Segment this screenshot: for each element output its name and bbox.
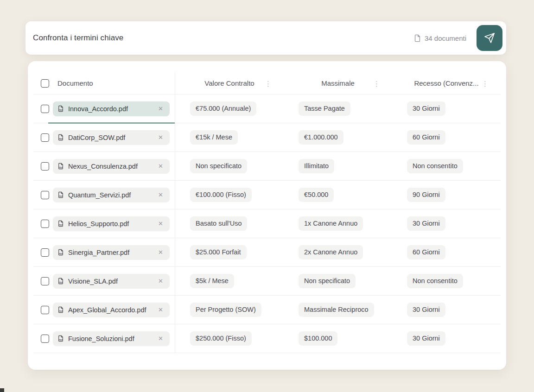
header-right-group: 34 documenti xyxy=(413,25,506,51)
recesso-cell: 30 Giorni xyxy=(392,95,501,123)
svg-text:PDF: PDF xyxy=(59,138,63,140)
recesso-cell: Non consentito xyxy=(392,267,501,296)
table-row: PDF Helios_Supporto.pdf ✕ Basato sull'Us… xyxy=(33,209,501,238)
document-name: Apex_Global_Accordo.pdf xyxy=(68,306,146,314)
svg-text:PDF: PDF xyxy=(59,339,63,341)
table-row: PDF Visione_SLA.pdf ✕ $5k / Mese Non spe… xyxy=(33,267,501,296)
recesso-value: 60 Giorni xyxy=(407,130,445,145)
recesso-value: 30 Giorni xyxy=(407,303,445,317)
column-header-recesso: Recesso (Convenz... ⋮ xyxy=(392,72,501,95)
pdf-file-icon: PDF xyxy=(57,277,64,285)
row-checkbox[interactable] xyxy=(41,162,49,171)
recesso-value: Non consentito xyxy=(407,274,463,288)
massimale-cell: $100.000 xyxy=(284,324,392,353)
valore-contralto-value: Non specificato xyxy=(190,159,247,173)
document-chip[interactable]: PDF DatiCorp_SOW.pdf ✕ xyxy=(53,130,170,145)
row-checkbox[interactable] xyxy=(41,220,49,228)
svg-text:PDF: PDF xyxy=(59,166,63,169)
select-all-checkbox[interactable] xyxy=(41,79,49,88)
table-row: PDF DatiCorp_SOW.pdf ✕ €15k / Mese €1.00… xyxy=(33,123,501,152)
row-checkbox[interactable] xyxy=(41,248,49,257)
row-checkbox[interactable] xyxy=(41,306,49,314)
massimale-value: Tasse Pagate xyxy=(299,101,350,116)
svg-text:PDF: PDF xyxy=(59,253,63,255)
pdf-file-icon: PDF xyxy=(57,105,64,113)
document-icon xyxy=(413,34,421,42)
row-checkbox[interactable] xyxy=(41,191,49,199)
comparison-table-card: Documento Valore Contralto ⋮ Massimale ⋮… xyxy=(28,61,506,370)
row-checkbox[interactable] xyxy=(41,133,49,142)
valore-contralto-value: Basato sull'Uso xyxy=(190,216,247,231)
document-name: Fusione_Soluzioni.pdf xyxy=(68,335,134,342)
column-label: Documento xyxy=(57,79,93,87)
recesso-value: Non consentito xyxy=(407,159,463,173)
compare-header-card: Confronta i termini chiave 34 documenti xyxy=(25,21,506,55)
valore-contralto-value: €100.000 (Fisso) xyxy=(190,188,252,202)
massimale-value: Illimitato xyxy=(299,159,334,173)
valore-contralto-cell: $5k / Mese xyxy=(175,267,284,296)
table-row: PDF Quantum_Servizi.pdf ✕ €100.000 (Fiss… xyxy=(33,181,501,209)
document-cell: PDF Sinergia_Partner.pdf ✕ xyxy=(33,238,175,267)
close-icon[interactable]: ✕ xyxy=(157,105,164,113)
recesso-cell: Non consentito xyxy=(392,152,501,181)
valore-contralto-value: Per Progetto (SOW) xyxy=(190,303,261,317)
valore-contralto-cell: €100.000 (Fisso) xyxy=(175,181,284,209)
massimale-value: 2x Canone Annuo xyxy=(299,245,363,259)
recesso-cell: 30 Giorni xyxy=(392,209,501,238)
valore-contralto-value: $5k / Mese xyxy=(190,274,234,288)
table-row: PDF Nexus_Consulenza.pdf ✕ Non specifica… xyxy=(33,152,501,181)
row-checkbox[interactable] xyxy=(41,335,49,343)
document-chip[interactable]: PDF Nexus_Consulenza.pdf ✕ xyxy=(53,159,170,174)
document-chip[interactable]: PDF Apex_Global_Accordo.pdf ✕ xyxy=(53,303,170,317)
table-row: PDF Sinergia_Partner.pdf ✕ $25.000 Forfa… xyxy=(33,238,501,267)
close-icon[interactable]: ✕ xyxy=(157,133,164,141)
close-icon[interactable]: ✕ xyxy=(157,335,164,342)
svg-text:PDF: PDF xyxy=(59,310,63,312)
document-chip[interactable]: PDF Quantum_Servizi.pdf ✕ xyxy=(53,188,170,202)
close-icon[interactable]: ✕ xyxy=(157,277,164,285)
document-cell: PDF Nexus_Consulenza.pdf ✕ xyxy=(33,152,175,181)
paper-plane-icon xyxy=(484,32,495,44)
valore-contralto-cell: $25.000 Forfait xyxy=(175,238,284,267)
massimale-cell: 1x Canone Annuo xyxy=(284,209,392,238)
document-cell: PDF Quantum_Servizi.pdf ✕ xyxy=(33,181,175,209)
pdf-file-icon: PDF xyxy=(57,220,64,228)
document-chip[interactable]: PDF Visione_SLA.pdf ✕ xyxy=(53,274,170,289)
close-icon[interactable]: ✕ xyxy=(157,191,164,199)
document-chip[interactable]: PDF Innova_Accordo.pdf ✕ xyxy=(53,101,170,116)
valore-contralto-value: $250.000 (Fisso) xyxy=(190,331,252,346)
send-button[interactable] xyxy=(477,25,502,51)
document-cell: PDF Visione_SLA.pdf ✕ xyxy=(33,267,175,296)
recesso-cell: 60 Giorni xyxy=(392,123,501,152)
pdf-file-icon: PDF xyxy=(57,306,64,314)
close-icon[interactable]: ✕ xyxy=(157,162,164,170)
svg-text:PDF: PDF xyxy=(59,109,63,111)
kebab-menu-icon[interactable]: ⋮ xyxy=(373,80,380,87)
column-header-massimale: Massimale ⋮ xyxy=(284,72,392,95)
massimale-value: 1x Canone Annuo xyxy=(299,216,363,231)
table-row: PDF Fusione_Soluzioni.pdf ✕ $250.000 (Fi… xyxy=(33,324,501,353)
recesso-cell: 30 Giorni xyxy=(392,296,501,324)
document-chip[interactable]: PDF Sinergia_Partner.pdf ✕ xyxy=(53,245,170,260)
document-chip[interactable]: PDF Fusione_Soluzioni.pdf ✕ xyxy=(53,331,170,346)
recesso-cell: 90 Giorni xyxy=(392,181,501,209)
close-icon[interactable]: ✕ xyxy=(157,306,164,314)
document-chip[interactable]: PDF Helios_Supporto.pdf ✕ xyxy=(53,216,170,231)
recesso-value: 30 Giorni xyxy=(407,216,445,231)
kebab-menu-icon[interactable]: ⋮ xyxy=(482,80,489,87)
document-cell: PDF DatiCorp_SOW.pdf ✕ xyxy=(33,123,175,152)
column-header-valore-contralto: Valore Contralto ⋮ xyxy=(175,72,284,95)
document-name: Sinergia_Partner.pdf xyxy=(68,249,129,256)
valore-contralto-value: €15k / Mese xyxy=(190,130,238,145)
kebab-menu-icon[interactable]: ⋮ xyxy=(265,80,272,87)
valore-contralto-value: $25.000 Forfait xyxy=(190,245,247,259)
massimale-cell: €1.000.000 xyxy=(284,123,392,152)
document-cell: PDF Fusione_Soluzioni.pdf ✕ xyxy=(33,324,175,353)
row-checkbox[interactable] xyxy=(41,105,49,113)
massimale-cell: Massimale Reciproco xyxy=(284,296,392,324)
row-checkbox[interactable] xyxy=(41,277,49,285)
close-icon[interactable]: ✕ xyxy=(157,220,164,228)
close-icon[interactable]: ✕ xyxy=(157,248,164,256)
svg-text:PDF: PDF xyxy=(59,224,63,226)
recesso-cell: 30 Giorni xyxy=(392,324,501,353)
